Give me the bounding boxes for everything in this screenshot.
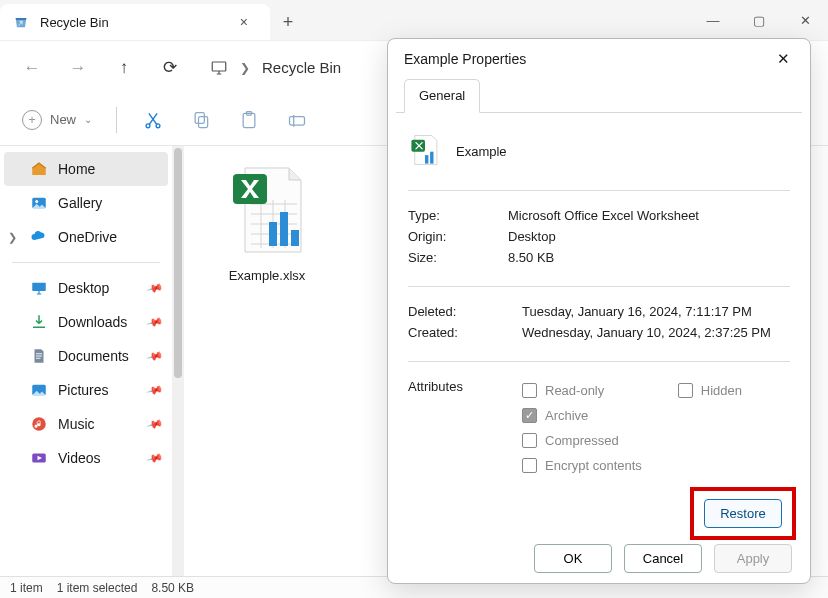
sidebar-item-onedrive[interactable]: ❯ OneDrive <box>0 220 172 254</box>
sidebar-item-label: Music <box>58 416 95 432</box>
checkbox-icon <box>522 383 537 398</box>
monitor-icon <box>210 59 228 77</box>
downloads-icon <box>30 313 48 331</box>
cut-button[interactable] <box>131 100 175 140</box>
apply-button[interactable]: Apply <box>714 544 792 573</box>
new-label: New <box>50 112 76 127</box>
checkbox-icon <box>522 433 537 448</box>
window-tab[interactable]: Recycle Bin × <box>0 4 270 40</box>
tab-general[interactable]: General <box>404 79 480 113</box>
dialog-filename: Example <box>456 144 507 159</box>
prop-key-type: Type: <box>408 208 508 223</box>
pin-icon[interactable]: 📌 <box>146 347 165 365</box>
sidebar-item-home[interactable]: Home <box>4 152 168 186</box>
prop-val-size: 8.50 KB <box>508 250 554 265</box>
dialog-title: Example Properties <box>404 51 526 67</box>
rename-button[interactable] <box>275 100 319 140</box>
restore-button[interactable]: Restore <box>704 499 782 528</box>
dialog-footer: OK Cancel Apply <box>388 533 810 583</box>
checkbox-checked-icon: ✓ <box>522 408 537 423</box>
checkbox-icon <box>678 383 693 398</box>
sidebar-item-music[interactable]: Music 📌 <box>0 407 172 441</box>
pin-icon[interactable]: 📌 <box>146 449 165 467</box>
sidebar-item-label: Downloads <box>58 314 127 330</box>
checkbox-compressed[interactable]: Compressed <box>522 433 642 448</box>
dialog-divider <box>408 361 790 362</box>
checkbox-readonly[interactable]: Read-only <box>522 383 642 398</box>
ok-button[interactable]: OK <box>534 544 612 573</box>
chevron-down-icon: ⌄ <box>84 114 92 125</box>
dialog-divider <box>408 286 790 287</box>
checkbox-label: Archive <box>545 408 588 423</box>
svg-rect-15 <box>269 222 277 246</box>
expand-chevron-icon[interactable]: ❯ <box>8 231 17 244</box>
sidebar-item-pictures[interactable]: Pictures 📌 <box>0 373 172 407</box>
checkbox-hidden[interactable]: Hidden <box>678 383 742 398</box>
restore-highlight-box: Restore <box>690 487 796 540</box>
tab-close-button[interactable]: × <box>234 10 254 34</box>
prop-val-deleted: Tuesday, January 16, 2024, 7:11:17 PM <box>522 304 752 319</box>
prop-key-attributes: Attributes <box>408 379 522 394</box>
svg-rect-0 <box>212 62 226 71</box>
pin-icon[interactable]: 📌 <box>146 279 165 297</box>
videos-icon <box>30 449 48 467</box>
pin-icon[interactable]: 📌 <box>146 415 165 433</box>
nav-up-button[interactable]: ↑ <box>104 48 144 88</box>
dialog-divider <box>408 190 790 191</box>
svg-point-2 <box>156 123 160 127</box>
dialog-close-button[interactable]: ✕ <box>769 46 798 72</box>
pin-icon[interactable]: 📌 <box>146 313 165 331</box>
prop-key-size: Size: <box>408 250 508 265</box>
sidebar-item-documents[interactable]: Documents 📌 <box>0 339 172 373</box>
svg-rect-16 <box>280 212 288 246</box>
home-icon <box>30 160 48 178</box>
window-minimize-button[interactable]: — <box>690 0 736 40</box>
sidebar-item-videos[interactable]: Videos 📌 <box>0 441 172 475</box>
window-close-button[interactable]: ✕ <box>782 0 828 40</box>
checkbox-label: Compressed <box>545 433 619 448</box>
checkbox-label: Hidden <box>701 383 742 398</box>
checkbox-encrypt[interactable]: Encrypt contents <box>522 458 642 473</box>
checkbox-label: Encrypt contents <box>545 458 642 473</box>
sidebar-item-label: Pictures <box>58 382 109 398</box>
navigation-sidebar: Home Gallery ❯ OneDrive Desktop 📌 Downlo… <box>0 146 172 576</box>
prop-val-type: Microsoft Office Excel Worksheet <box>508 208 699 223</box>
prop-val-origin: Desktop <box>508 229 556 244</box>
toolbar-separator <box>116 107 117 133</box>
sidebar-item-label: Videos <box>58 450 101 466</box>
svg-rect-10 <box>32 283 46 291</box>
properties-dialog: Example Properties ✕ General Example Typ… <box>387 38 811 584</box>
dialog-body: Example Type:Microsoft Office Excel Work… <box>388 113 810 533</box>
plus-circle-icon: + <box>22 110 42 130</box>
nav-refresh-button[interactable]: ⟳ <box>150 48 190 88</box>
onedrive-icon <box>30 228 48 246</box>
sidebar-item-gallery[interactable]: Gallery <box>0 186 172 220</box>
cancel-button[interactable]: Cancel <box>624 544 702 573</box>
documents-icon <box>30 347 48 365</box>
scrollbar-thumb[interactable] <box>174 148 182 378</box>
new-tab-button[interactable]: + <box>270 4 306 40</box>
sidebar-scrollbar[interactable] <box>172 146 184 576</box>
pin-icon[interactable]: 📌 <box>146 381 165 399</box>
dialog-titlebar[interactable]: Example Properties ✕ <box>388 39 810 79</box>
nav-forward-button[interactable]: → <box>58 48 98 88</box>
address-bar[interactable]: ❯ Recycle Bin <box>210 59 341 77</box>
new-menu-button[interactable]: + New ⌄ <box>12 104 102 136</box>
svg-point-9 <box>35 200 38 203</box>
window-controls: — ▢ ✕ <box>690 0 828 40</box>
paste-button[interactable] <box>227 100 271 140</box>
recycle-bin-icon <box>12 13 30 31</box>
tab-title: Recycle Bin <box>40 15 109 30</box>
window-maximize-button[interactable]: ▢ <box>736 0 782 40</box>
sidebar-item-desktop[interactable]: Desktop 📌 <box>0 271 172 305</box>
sidebar-item-label: OneDrive <box>58 229 117 245</box>
status-size: 8.50 KB <box>151 581 194 595</box>
checkbox-archive[interactable]: ✓Archive <box>522 408 642 423</box>
sidebar-item-downloads[interactable]: Downloads 📌 <box>0 305 172 339</box>
sidebar-item-label: Documents <box>58 348 129 364</box>
copy-button[interactable] <box>179 100 223 140</box>
file-item[interactable]: Example.xlsx <box>202 160 332 283</box>
checkbox-label: Read-only <box>545 383 604 398</box>
sidebar-item-label: Home <box>58 161 95 177</box>
nav-back-button[interactable]: ← <box>12 48 52 88</box>
